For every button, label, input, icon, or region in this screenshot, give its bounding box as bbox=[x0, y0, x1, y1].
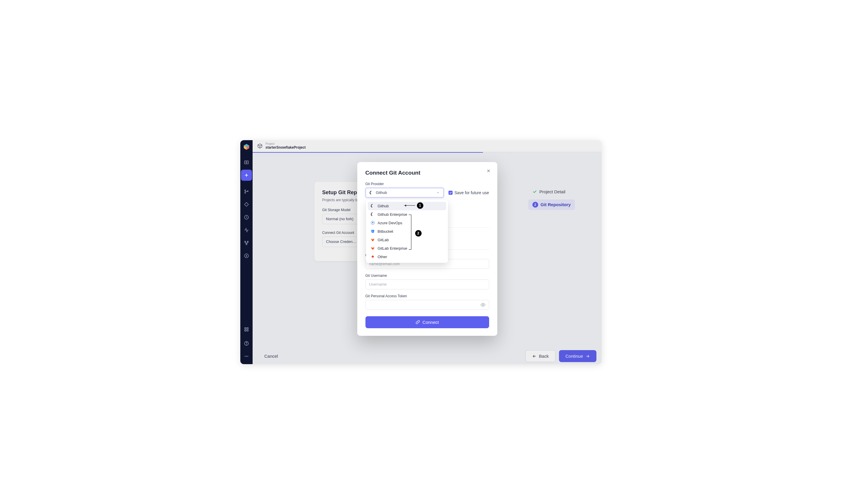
modal-title: Connect Git Account bbox=[365, 170, 489, 176]
bitbucket-icon bbox=[371, 229, 375, 233]
svg-point-20 bbox=[246, 344, 247, 345]
sidebar-more-icon[interactable] bbox=[241, 351, 252, 362]
provider-selected-label: Github bbox=[376, 191, 387, 195]
chevron-down-icon bbox=[436, 191, 440, 195]
svg-point-21 bbox=[245, 356, 245, 357]
provider-dropdown: GithubGithub EnterpriseAzure DevOpsBitbu… bbox=[366, 200, 448, 263]
svg-rect-18 bbox=[247, 330, 248, 331]
svg-point-23 bbox=[247, 356, 248, 357]
sidebar-network-icon[interactable] bbox=[241, 237, 252, 249]
save-future-checkbox[interactable]: Save for future use bbox=[448, 191, 489, 195]
sidebar-tag-icon[interactable] bbox=[241, 199, 252, 210]
sidebar-activity-icon[interactable] bbox=[241, 224, 252, 236]
svg-point-22 bbox=[246, 356, 247, 357]
annotation-1: 1 bbox=[404, 202, 423, 209]
svg-point-4 bbox=[246, 161, 247, 163]
connect-button[interactable]: Connect bbox=[365, 316, 489, 328]
github-icon bbox=[371, 204, 375, 208]
sidebar-overview-icon[interactable] bbox=[241, 157, 252, 168]
save-future-label: Save for future use bbox=[454, 191, 489, 195]
provider-option-other[interactable]: Other bbox=[368, 253, 446, 261]
provider-option-github-ent[interactable]: Github Enterprise bbox=[368, 210, 446, 219]
username-label: Git Username bbox=[365, 274, 489, 278]
app-logo bbox=[243, 144, 250, 150]
provider-label: Git Provider bbox=[365, 182, 489, 186]
annotation-badge: 2 bbox=[415, 230, 422, 236]
sidebar bbox=[240, 140, 253, 364]
provider-option-gitlab[interactable]: GitLab bbox=[368, 236, 446, 244]
github-icon bbox=[370, 191, 374, 195]
sidebar-add-icon[interactable] bbox=[241, 170, 252, 181]
checkbox-checked-icon bbox=[448, 191, 452, 195]
eye-icon[interactable] bbox=[480, 302, 486, 307]
svg-rect-12 bbox=[247, 241, 248, 242]
token-label: Git Personal Access Token bbox=[365, 294, 489, 298]
provider-option-azure[interactable]: Azure DevOps bbox=[368, 219, 446, 227]
azure-icon bbox=[371, 221, 375, 225]
username-input[interactable] bbox=[365, 280, 489, 289]
main-area: Project starterSnowflakeProject Setup Gi… bbox=[253, 140, 602, 364]
token-input[interactable] bbox=[365, 300, 489, 310]
sidebar-branch-icon[interactable] bbox=[241, 186, 252, 197]
svg-rect-17 bbox=[245, 330, 246, 331]
gitlab-icon bbox=[371, 238, 375, 242]
svg-point-8 bbox=[245, 193, 245, 193]
provider-option-bitbucket[interactable]: Bitbucket bbox=[368, 227, 446, 236]
svg-rect-3 bbox=[244, 161, 248, 164]
svg-rect-15 bbox=[245, 328, 246, 329]
app-window: Project starterSnowflakeProject Setup Gi… bbox=[240, 140, 602, 364]
annotation-2: 2 bbox=[409, 215, 411, 250]
svg-rect-13 bbox=[246, 244, 247, 245]
svg-point-7 bbox=[245, 190, 245, 191]
svg-rect-16 bbox=[247, 328, 248, 329]
close-icon[interactable] bbox=[486, 168, 491, 173]
provider-option-gitlab-ent[interactable]: GitLab Enterprise bbox=[368, 244, 446, 253]
gitlab-icon bbox=[371, 246, 375, 250]
annotation-badge: 1 bbox=[417, 202, 423, 209]
sidebar-apps-icon[interactable] bbox=[241, 324, 252, 335]
svg-point-25 bbox=[482, 304, 484, 305]
github-icon bbox=[371, 212, 375, 216]
sidebar-history-icon[interactable] bbox=[241, 212, 252, 223]
sidebar-download-icon[interactable] bbox=[241, 250, 252, 262]
svg-rect-11 bbox=[245, 241, 245, 242]
connect-git-modal: Connect Git Account Git Provider Github bbox=[357, 162, 497, 336]
provider-select[interactable]: Github GithubGithub EnterpriseAzure DevO… bbox=[365, 188, 444, 198]
sidebar-help-icon[interactable] bbox=[241, 338, 252, 349]
modal-overlay: Connect Git Account Git Provider Github bbox=[253, 140, 602, 364]
link-icon bbox=[415, 320, 420, 324]
other-icon bbox=[371, 255, 375, 259]
